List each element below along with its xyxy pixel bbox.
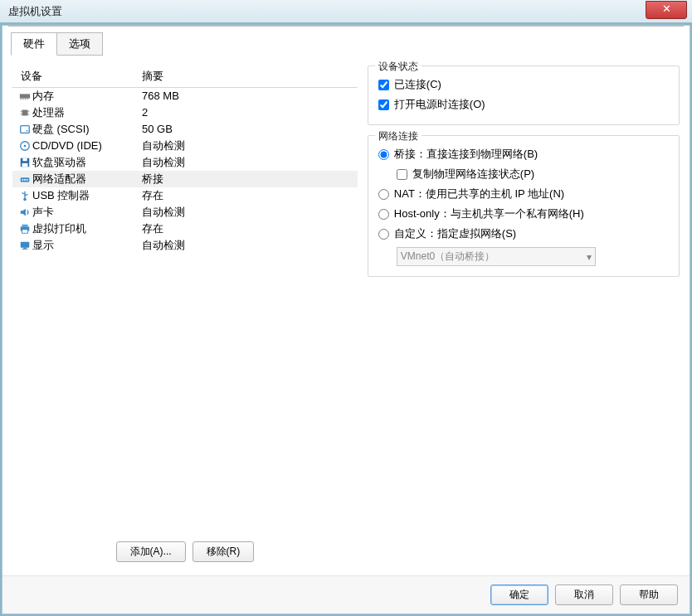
- ok-button[interactable]: 确定: [490, 584, 548, 605]
- window-title: 虚拟机设置: [8, 4, 62, 19]
- svg-rect-2: [22, 99, 23, 100]
- disk-icon: [17, 124, 32, 135]
- titlebar: 虚拟机设置 ✕: [0, 0, 692, 23]
- hardware-summary: 768 MB: [142, 89, 353, 104]
- hardware-name: 网络适配器: [32, 172, 142, 187]
- hostonly-radio[interactable]: Host-only：与主机共享一个私有网络(H): [378, 204, 669, 224]
- memory-icon: [17, 90, 32, 102]
- hardware-row[interactable]: 处理器2: [12, 104, 358, 121]
- sound-icon: [17, 206, 32, 218]
- chevron-down-icon: ▾: [587, 251, 592, 263]
- dialog-body: 硬件 选项 设备 摘要 内存768 MB处理器2硬盘 (SCSI)50 GBCD…: [2, 25, 690, 614]
- close-button[interactable]: ✕: [646, 1, 687, 19]
- hardware-name: CD/DVD (IDE): [32, 138, 142, 153]
- replicate-input[interactable]: [397, 169, 407, 180]
- hardware-panel: 设备 摘要 内存768 MB处理器2硬盘 (SCSI)50 GBCD/DVD (…: [12, 65, 358, 565]
- tab-strip: 硬件 选项: [2, 26, 690, 56]
- svg-rect-16: [22, 163, 28, 167]
- custom-network-value: VMnet0（自动桥接）: [401, 250, 495, 264]
- cancel-button[interactable]: 取消: [555, 584, 613, 605]
- svg-rect-4: [27, 99, 28, 100]
- help-button[interactable]: 帮助: [620, 584, 678, 605]
- network-connection-group: 网络连接 桥接：直接连接到物理网络(B) 复制物理网络连接状态(P) NAT：使…: [368, 135, 680, 277]
- floppy-icon: [17, 157, 32, 168]
- hardware-row[interactable]: USB 控制器存在: [12, 187, 358, 204]
- svg-rect-0: [20, 94, 30, 98]
- hardware-name: 虚拟打印机: [32, 221, 142, 236]
- hardware-name: 处理器: [32, 105, 142, 120]
- bridged-radio[interactable]: 桥接：直接连接到物理网络(B): [378, 144, 669, 164]
- hostonly-input[interactable]: [378, 209, 389, 220]
- connect-on-power-input[interactable]: [378, 99, 389, 110]
- column-device: 设备: [17, 69, 142, 84]
- display-icon: [17, 240, 32, 251]
- hardware-row[interactable]: CD/DVD (IDE)自动检测: [12, 138, 358, 154]
- remove-button[interactable]: 移除(R): [192, 541, 255, 562]
- bridged-input[interactable]: [378, 149, 389, 160]
- hardware-name: USB 控制器: [32, 188, 142, 203]
- svg-rect-26: [22, 225, 28, 227]
- hardware-row[interactable]: 内存768 MB: [12, 88, 358, 104]
- hardware-row[interactable]: 网络适配器桥接: [12, 171, 358, 187]
- add-button[interactable]: 添加(A)...: [116, 541, 186, 562]
- hardware-name: 声卡: [32, 205, 142, 220]
- hardware-summary: 桥接: [142, 172, 353, 187]
- hardware-summary: 50 GB: [142, 122, 353, 137]
- network-icon: [17, 173, 32, 185]
- nat-radio[interactable]: NAT：使用已共享的主机 IP 地址(N): [378, 184, 669, 204]
- connected-checkbox[interactable]: 已连接(C): [378, 75, 669, 95]
- tab-options[interactable]: 选项: [56, 32, 103, 56]
- hardware-summary: 2: [142, 105, 353, 120]
- device-status-group: 设备状态 已连接(C) 打开电源时连接(O): [368, 65, 680, 125]
- cpu-icon: [17, 107, 32, 119]
- svg-rect-10: [21, 126, 30, 133]
- connected-input[interactable]: [378, 80, 389, 90]
- hardware-summary: 自动检测: [142, 138, 353, 153]
- device-status-title: 设备状态: [375, 60, 422, 74]
- svg-rect-1: [21, 99, 22, 100]
- svg-rect-20: [27, 179, 28, 181]
- hardware-summary: 自动检测: [142, 205, 353, 220]
- svg-rect-5: [22, 110, 28, 116]
- hardware-name: 显示: [32, 238, 142, 253]
- tab-hardware[interactable]: 硬件: [11, 32, 57, 56]
- hardware-row[interactable]: 显示自动检测: [12, 237, 358, 254]
- usb-icon: [17, 190, 32, 201]
- svg-rect-28: [22, 230, 28, 233]
- svg-point-11: [27, 130, 28, 132]
- custom-network-select: VMnet0（自动桥接） ▾: [397, 247, 596, 266]
- nat-input[interactable]: [378, 189, 389, 200]
- hardware-summary: 存在: [142, 221, 353, 236]
- custom-input[interactable]: [378, 229, 389, 240]
- custom-radio[interactable]: 自定义：指定虚拟网络(S): [378, 224, 669, 244]
- hardware-list[interactable]: 内存768 MB处理器2硬盘 (SCSI)50 GBCD/DVD (IDE)自动…: [12, 88, 358, 533]
- svg-marker-25: [21, 209, 26, 216]
- hardware-header: 设备 摘要: [12, 65, 358, 88]
- hardware-summary: 自动检测: [142, 155, 353, 170]
- printer-icon: [17, 223, 32, 235]
- network-connection-title: 网络连接: [375, 129, 422, 143]
- replicate-checkbox[interactable]: 复制物理网络连接状态(P): [397, 164, 669, 184]
- svg-rect-31: [22, 249, 28, 250]
- hardware-row[interactable]: 软盘驱动器自动检测: [12, 154, 358, 171]
- hardware-summary: 自动检测: [142, 238, 353, 253]
- hardware-name: 软盘驱动器: [32, 155, 142, 170]
- connect-on-power-checkbox[interactable]: 打开电源时连接(O): [378, 95, 669, 114]
- svg-rect-18: [22, 179, 24, 181]
- svg-rect-30: [23, 248, 27, 249]
- hardware-row[interactable]: 硬盘 (SCSI)50 GB: [12, 121, 358, 138]
- svg-point-13: [24, 145, 27, 148]
- hardware-row[interactable]: 声卡自动检测: [12, 204, 358, 221]
- hardware-row[interactable]: 虚拟打印机存在: [12, 221, 358, 237]
- column-summary: 摘要: [142, 69, 163, 84]
- hardware-summary: 存在: [142, 188, 353, 203]
- dialog-footer: 确定 取消 帮助: [2, 575, 690, 614]
- svg-rect-19: [24, 179, 26, 181]
- hardware-name: 内存: [32, 89, 142, 104]
- details-panel: 设备状态 已连接(C) 打开电源时连接(O) 网络连接 桥接：直接连接到物理网络…: [368, 65, 680, 565]
- svg-rect-15: [22, 158, 27, 162]
- svg-rect-29: [21, 242, 30, 248]
- hardware-name: 硬盘 (SCSI): [32, 122, 142, 137]
- cd-icon: [17, 140, 32, 152]
- svg-rect-3: [25, 99, 26, 100]
